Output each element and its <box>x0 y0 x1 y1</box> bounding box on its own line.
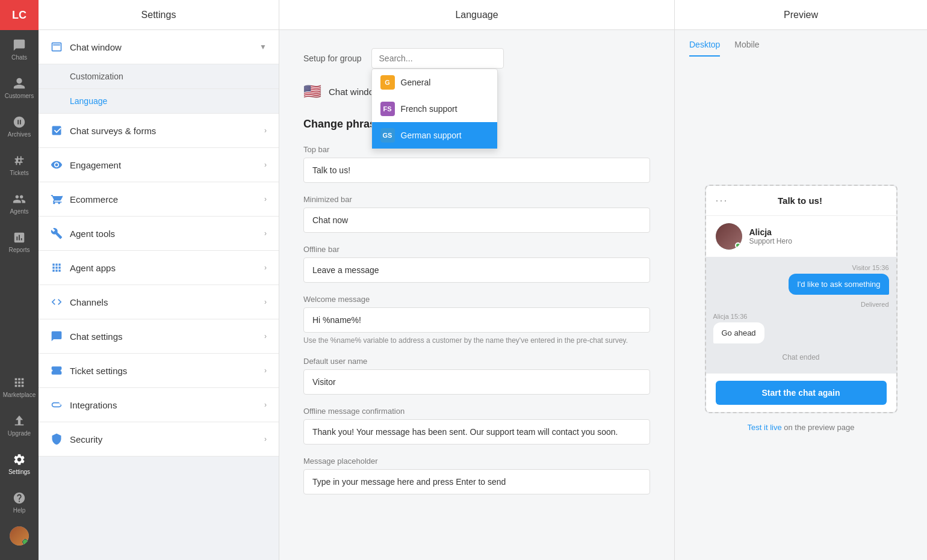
offline-confirmation-label: Offline message confirmation <box>303 407 650 416</box>
dropdown-item-german[interactable]: GS German support <box>372 122 497 149</box>
setup-for-group-row: Setup for group G General FS French supp… <box>303 48 650 69</box>
channels-icon <box>51 296 63 308</box>
dropdown-item-french[interactable]: FS French support <box>372 96 497 122</box>
settings-item-ecommerce[interactable]: Ecommerce › <box>39 182 279 217</box>
marketplace-icon <box>13 376 26 389</box>
ecommerce-label: Ecommerce <box>70 194 264 205</box>
chat-icon <box>13 38 26 52</box>
settings-item-security[interactable]: Security › <box>39 422 279 457</box>
welcome-message-group: Welcome message Use the %name% variable … <box>303 295 650 345</box>
chevron-right-icon: › <box>264 126 267 135</box>
settings-item-integrations[interactable]: Integrations › <box>39 388 279 422</box>
chat-window-header: ··· Talk to us! <box>706 186 896 216</box>
general-label: General <box>401 78 431 87</box>
group-search-dropdown[interactable]: G General FS French support GS German su… <box>371 48 504 69</box>
nav-archives-label: Archives <box>8 131 31 138</box>
default-user-name-input[interactable] <box>303 369 650 395</box>
settings-header: Settings <box>39 0 279 30</box>
search-input[interactable] <box>371 48 504 69</box>
group-dropdown-menu: G General FS French support GS German su… <box>371 69 498 149</box>
wrench-icon <box>51 227 63 239</box>
preview-header: Preview <box>675 0 927 30</box>
german-label: German support <box>401 131 462 140</box>
settings-sub-language[interactable]: Language <box>39 89 279 114</box>
nav-item-settings[interactable]: Settings <box>0 445 39 483</box>
test-it-live-link[interactable]: Test it live <box>748 423 782 432</box>
nav-item-chats[interactable]: Chats <box>0 30 39 69</box>
agent-name: Alicja <box>749 227 792 237</box>
minimized-bar-input[interactable] <box>303 208 650 233</box>
eye-icon <box>51 159 63 171</box>
user-avatar[interactable] <box>10 526 29 546</box>
tab-desktop[interactable]: Desktop <box>689 40 720 57</box>
nav-item-upgrade[interactable]: Upgrade <box>0 406 39 445</box>
settings-item-channels[interactable]: Channels › <box>39 285 279 319</box>
settings-item-engagement[interactable]: Engagement › <box>39 148 279 182</box>
nav-tickets-label: Tickets <box>10 170 28 176</box>
offline-bar-group: Offline bar <box>303 245 650 283</box>
offline-bar-input[interactable] <box>303 257 650 283</box>
settings-item-ticket-settings[interactable]: Ticket settings › <box>39 354 279 388</box>
nav-item-marketplace[interactable]: Marketplace <box>0 368 39 406</box>
flag-emoji: 🇺🇸 <box>303 83 321 100</box>
chevron-right-icon9: › <box>264 401 267 409</box>
default-user-name-label: Default user name <box>303 357 650 366</box>
offline-confirmation-group: Offline message confirmation <box>303 407 650 445</box>
nav-chats-label: Chats <box>11 54 27 61</box>
nav-item-reports[interactable]: Reports <box>0 223 39 261</box>
settings-item-agent-tools[interactable]: Agent tools › <box>39 217 279 251</box>
preview-panel: Preview Desktop Mobile ··· Talk to us! A… <box>674 0 927 560</box>
nav-upgrade-label: Upgrade <box>8 430 31 437</box>
minimized-bar-label: Minimized bar <box>303 195 650 204</box>
integrations-label: Integrations <box>70 400 264 410</box>
window-icon <box>51 41 63 53</box>
chevron-right-icon8: › <box>264 366 267 375</box>
left-navigation: LC Chats Customers Archives Tickets Agen… <box>0 0 39 560</box>
chevron-right-icon6: › <box>264 298 267 306</box>
cart-icon <box>51 193 63 205</box>
welcome-help-text: Use the %name% variable to address a cus… <box>303 336 650 345</box>
integrations-icon <box>51 399 63 411</box>
nav-item-agents[interactable]: Agents <box>0 184 39 223</box>
welcome-message-label: Welcome message <box>303 295 650 304</box>
settings-list: Chat window ▼ Customization Language Cha… <box>39 30 279 560</box>
chat-messages-area: Visitor 15:36 I'd like to ask something … <box>706 257 896 374</box>
security-label: Security <box>70 434 264 445</box>
reports-icon <box>13 231 26 244</box>
welcome-message-input[interactable] <box>303 307 650 333</box>
chat-settings-label: Chat settings <box>70 331 264 342</box>
message-placeholder-input[interactable] <box>303 469 650 494</box>
nav-item-customers[interactable]: Customers <box>0 69 39 107</box>
general-avatar: G <box>380 75 395 90</box>
settings-item-chat-window[interactable]: Chat window ▼ <box>39 30 279 64</box>
delivered-status: Delivered <box>713 301 889 308</box>
nav-item-help[interactable]: Help <box>0 483 39 522</box>
offline-bar-label: Offline bar <box>303 245 650 254</box>
chevron-right-icon10: › <box>264 435 267 443</box>
ticket-icon <box>51 365 63 377</box>
settings-item-chat-settings[interactable]: Chat settings › <box>39 319 279 354</box>
chevron-right-icon5: › <box>264 263 267 272</box>
settings-panel: Settings Chat window ▼ Customization Lan… <box>39 0 279 560</box>
agent-timestamp: Alicja 15:36 <box>713 313 889 320</box>
apps-icon <box>51 262 63 274</box>
tab-mobile[interactable]: Mobile <box>734 40 759 57</box>
chat-ended-label: Chat ended <box>713 353 889 362</box>
preview-title: Preview <box>784 10 818 20</box>
preview-footer-suffix: on the preview page <box>782 423 855 432</box>
settings-sub-customization[interactable]: Customization <box>39 64 279 89</box>
start-chat-button[interactable]: Start the chat again <box>716 381 887 405</box>
chevron-right-icon3: › <box>264 195 267 203</box>
app-logo: LC <box>0 0 39 30</box>
top-bar-input[interactable] <box>303 158 650 183</box>
upgrade-icon <box>13 414 26 428</box>
nav-item-archives[interactable]: Archives <box>0 107 39 146</box>
preview-tabs: Desktop Mobile <box>675 30 927 57</box>
dropdown-item-general[interactable]: G General <box>372 69 497 96</box>
settings-item-agent-apps[interactable]: Agent apps › <box>39 251 279 285</box>
german-avatar: GS <box>380 128 395 143</box>
offline-confirmation-input[interactable] <box>303 419 650 445</box>
settings-item-chat-surveys[interactable]: Chat surveys & forms › <box>39 114 279 148</box>
nav-item-tickets[interactable]: Tickets <box>0 146 39 184</box>
chat-agent-avatar <box>716 223 742 250</box>
